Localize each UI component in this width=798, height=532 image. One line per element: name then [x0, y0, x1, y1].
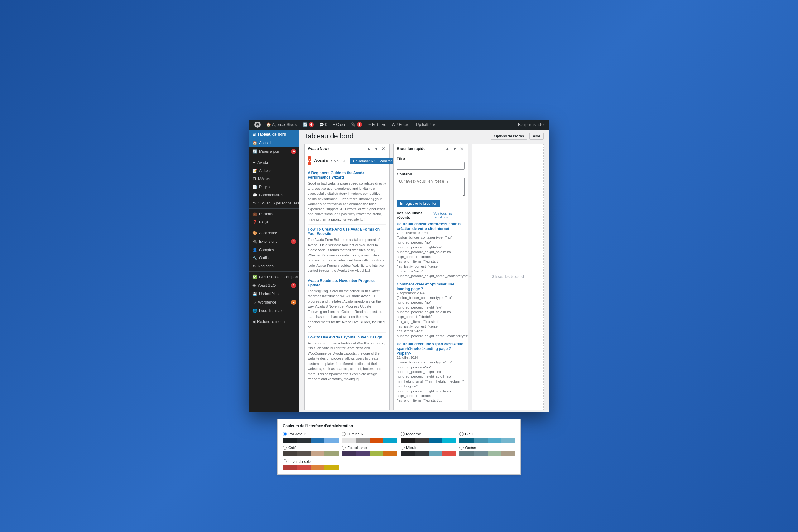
create-item[interactable]: + Créer	[330, 120, 348, 130]
sidebar-item-commentaires[interactable]: 💬 Commentaires	[249, 191, 299, 199]
save-draft-button[interactable]: Enregistrer le brouillon	[397, 200, 440, 207]
greeting-text: Bonjour, istudio	[518, 122, 544, 127]
swatch	[297, 465, 311, 470]
sidebar-commentaires-label: Commentaires	[259, 193, 283, 197]
plugins-item[interactable]: 🔌 1	[348, 120, 364, 130]
wp-rocket-item[interactable]: WP Rocket	[390, 120, 413, 130]
sidebar-item-css-js[interactable]: ⚙ CSS et JS personnalisés	[249, 199, 299, 207]
sidebar-item-collapse[interactable]: ◀ Réduire le menu	[249, 318, 299, 326]
updraftplus-item[interactable]: UpdraftPlus	[414, 120, 438, 130]
draft-content-textarea[interactable]	[397, 178, 465, 196]
site-name-item[interactable]: 🏠 Agence iStudio	[264, 120, 300, 130]
draft-1-title[interactable]: Pourquoi choisir WordPress pour la créat…	[397, 222, 461, 231]
quick-draft-collapse[interactable]: ▲	[444, 146, 451, 151]
sidebar-item-medias[interactable]: 🖼 Médias	[249, 175, 299, 183]
avada-widget-collapse[interactable]: ▲	[366, 146, 372, 151]
scheme-cafe-radio[interactable]	[283, 446, 287, 450]
comments-item[interactable]: 💬 0	[317, 120, 330, 130]
scheme-moderne-swatches	[401, 438, 456, 442]
collapse-icon: ◀	[252, 320, 255, 324]
draft-3-title[interactable]: Pourquoi créer une <span class='title-sp…	[397, 342, 464, 356]
avada-news-widget: Avada News ▲ ▼ ✕ A Avada :	[304, 144, 390, 410]
sidebar-css-js-label: CSS et JS personnalisés	[258, 201, 299, 205]
avada-article-1-title[interactable]: A Beginners Guide to the Avada Performan…	[308, 171, 386, 179]
sidebar-item-outils[interactable]: 🔧 Outils	[249, 254, 299, 262]
avada-logo: A	[308, 156, 311, 165]
quick-draft-toggle[interactable]: ▼	[452, 146, 458, 151]
sidebar-item-apparence[interactable]: 🎨 Apparence	[249, 229, 299, 237]
view-all-drafts-link[interactable]: Voir tous les brouillons	[433, 212, 465, 219]
scheme-bleu-radio[interactable]	[459, 432, 463, 436]
yoast-badge: 1	[291, 283, 296, 288]
swatch	[311, 438, 325, 442]
scheme-lever-soleil-radio[interactable]	[283, 459, 287, 463]
avada-widget-close[interactable]: ✕	[381, 146, 386, 151]
sidebar-item-portfolio[interactable]: 💼 Portfolio	[249, 210, 299, 218]
scheme-ocean-radio[interactable]	[459, 446, 463, 450]
sidebar-item-accueil[interactable]: 🏠 Accueil	[249, 139, 299, 147]
avada-article-4-title[interactable]: How to Use Avada Layouts in Web Design	[308, 335, 386, 339]
avada-article-2-title[interactable]: How To Create And Use Avada Forms on You…	[308, 227, 386, 236]
comments-count: 0	[325, 122, 327, 127]
avada-widget-toggle[interactable]: ▼	[373, 146, 379, 151]
updraftplus-sidebar-icon: 💾	[252, 292, 257, 296]
create-label: + Créer	[333, 122, 345, 127]
avada-article-4-text: Avada is more than a traditional WordPre…	[308, 341, 386, 382]
draft-title-input[interactable]	[397, 162, 465, 170]
quick-draft-actions: ▲ ▼ ✕	[444, 146, 465, 151]
quick-draft-title: Brouillon rapide	[397, 147, 425, 151]
avada-article-4: How to Use Avada Layouts in Web Design A…	[308, 332, 386, 384]
sidebar-item-pages[interactable]: 📄 Pages	[249, 183, 299, 191]
scheme-lumineux-label: Lumineux	[347, 432, 363, 436]
swatch	[429, 451, 443, 456]
sidebar-item-yoast[interactable]: ◉ Yoast SEO 1	[249, 281, 299, 290]
sidebar-portfolio-label: Portfolio	[259, 212, 273, 216]
sidebar-item-loco[interactable]: 🌐 Loco Translate	[249, 307, 299, 315]
help-button[interactable]: Aide	[529, 133, 544, 140]
updates-count: 4	[309, 122, 314, 127]
site-name: Agence iStudio	[272, 122, 297, 127]
swatch	[356, 451, 370, 456]
sidebar-item-reglages[interactable]: ⚙ Réglages	[249, 262, 299, 270]
sidebar-item-wordfence[interactable]: 🛡 Wordfence ●	[249, 298, 299, 307]
avada-article-3-title[interactable]: Avada Roadmap: November Progress Update	[308, 279, 386, 287]
sidebar-item-comptes[interactable]: 👤 Comptes	[249, 246, 299, 254]
draft-3-date: 22 juillet 2024	[397, 356, 465, 359]
greeting-item[interactable]: Bonjour, istudio	[516, 120, 546, 130]
sidebar-item-updates[interactable]: 🔄 Mises à jour 4	[249, 147, 299, 156]
sidebar-item-faqs[interactable]: ❓ FAQs	[249, 218, 299, 226]
swatch	[324, 465, 339, 470]
sidebar-item-extensions[interactable]: 🔌 Extensions 4	[249, 237, 299, 246]
sidebar-separator-1	[249, 157, 299, 157]
draft-2-title[interactable]: Comment créer et optimiser une landing p…	[397, 282, 454, 291]
swatch	[474, 438, 488, 442]
screen-options-button[interactable]: Options de l'écran	[491, 133, 528, 140]
extensions-badge: 4	[291, 239, 296, 244]
sidebar-separator-5	[249, 316, 299, 316]
swatch	[370, 451, 384, 456]
scheme-ectoplasme-swatches	[342, 451, 397, 456]
avada-article-1: A Beginners Guide to the Avada Performan…	[308, 168, 386, 225]
content-area: Tableau de bord Options de l'écran Aide …	[299, 130, 549, 412]
edit-live-item[interactable]: ✏ Edit Live	[365, 120, 389, 130]
scheme-ectoplasme: Ectoplasme	[342, 446, 397, 456]
sidebar-item-articles[interactable]: 📝 Articles	[249, 167, 299, 175]
wp-main: ⊞ Tableau de bord 🏠 Accueil 🔄 Mises à jo…	[249, 130, 549, 412]
scheme-minuit-radio[interactable]	[401, 446, 405, 450]
swatch	[442, 451, 456, 456]
sidebar-item-updraftplus[interactable]: 💾 UpdraftPlus	[249, 290, 299, 298]
sidebar-item-gdpr[interactable]: ✅ GDPR Cookie Compliance	[249, 273, 299, 281]
draft-item-1: Pourquoi choisir WordPress pour la créat…	[397, 222, 465, 279]
wp-logo-item[interactable]: W	[252, 120, 263, 130]
scheme-lumineux-radio[interactable]	[342, 432, 346, 436]
sidebar-dashboard[interactable]: ⊞ Tableau de bord	[249, 130, 299, 139]
avada-colon: :	[331, 159, 332, 163]
quick-draft-close[interactable]: ✕	[459, 146, 465, 151]
swatch	[459, 438, 474, 442]
updates-item[interactable]: 🔄 4	[301, 120, 317, 130]
scheme-ectoplasme-radio[interactable]	[342, 446, 346, 450]
sidebar-wordfence-label: Wordfence	[258, 300, 276, 304]
scheme-moderne-radio[interactable]	[401, 432, 405, 436]
scheme-par-defaut-radio[interactable]	[283, 432, 287, 436]
sidebar-item-avada[interactable]: ✦ Avada	[249, 159, 299, 167]
